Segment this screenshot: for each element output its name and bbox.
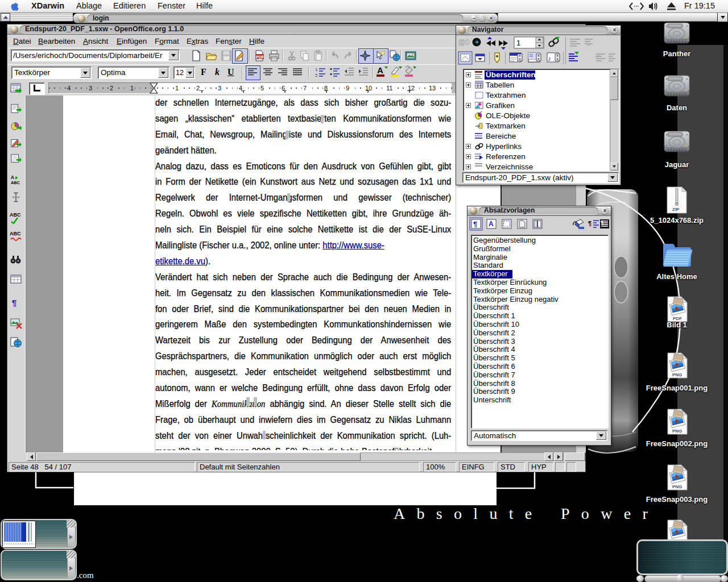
svg-text:¶: ¶ xyxy=(601,219,603,225)
svg-text:Absolute: Absolute xyxy=(394,505,544,522)
svg-text:A: A xyxy=(377,65,383,75)
svg-text:¶: ¶ xyxy=(473,220,477,228)
svg-text:PNG: PNG xyxy=(672,429,682,434)
svg-text:PNG: PNG xyxy=(672,372,682,377)
svg-text:PDF: PDF xyxy=(256,55,264,59)
svg-text:1: 1 xyxy=(516,39,520,47)
svg-text:2: 2 xyxy=(315,73,318,78)
svg-text:ABC: ABC xyxy=(10,231,21,236)
svg-text:¶: ¶ xyxy=(588,220,592,227)
svg-text:PNG: PNG xyxy=(672,484,682,489)
svg-text:Power: Power xyxy=(561,505,659,522)
svg-text:ZIP: ZIP xyxy=(672,207,680,212)
svg-text:¶: ¶ xyxy=(12,298,17,307)
svg-text:1: 1 xyxy=(315,67,318,72)
svg-text:A: A xyxy=(489,220,494,228)
svg-text:ABC: ABC xyxy=(11,180,20,185)
svg-text:♪: ♪ xyxy=(548,55,551,63)
svg-text:A: A xyxy=(11,175,14,180)
svg-text:ABC: ABC xyxy=(10,212,21,218)
svg-text:.com: .com xyxy=(77,571,94,580)
